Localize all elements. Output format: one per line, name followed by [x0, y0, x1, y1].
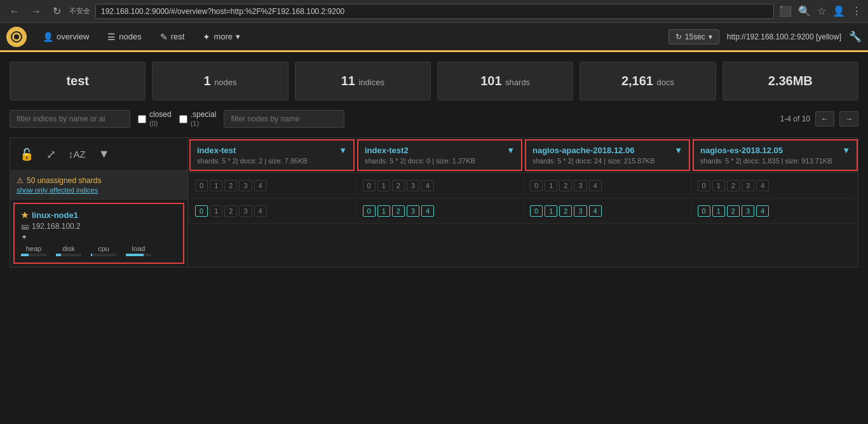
show-affected-link[interactable]: show only affected indices	[17, 186, 181, 194]
bookmark-icon[interactable]: ☆	[817, 5, 826, 17]
unassigned-shards-row: 0 1 2 3 4 0 1 2 3 4	[188, 173, 858, 198]
index-name-text-1[interactable]: index-test2	[365, 146, 409, 155]
shard-node-0-4[interactable]: 4	[254, 205, 267, 217]
cpu-label: cpu	[98, 245, 109, 252]
shard-node-0-3[interactable]: 3	[239, 205, 252, 217]
shard-unassigned-0-3[interactable]: 3	[239, 180, 252, 191]
shard-node-2-3[interactable]: 3	[574, 205, 587, 217]
shard-node-1-4[interactable]: 4	[421, 205, 434, 217]
nav-rest[interactable]: ✎ rest	[153, 28, 193, 46]
node-task-icon-row: ✦	[21, 233, 177, 242]
menu-icon[interactable]: ⋮	[851, 5, 862, 17]
index-name-text-0[interactable]: index-test	[197, 146, 236, 155]
shard-node-2-1[interactable]: 1	[545, 205, 557, 217]
more-chevron-icon: ▾	[236, 32, 240, 41]
shard-unassigned-0-0[interactable]: 0	[195, 180, 208, 191]
nodes-label: nodes	[214, 78, 236, 87]
node-name: ★ linux-node1	[21, 210, 177, 220]
nav-overview[interactable]: 👤 overview	[35, 28, 97, 46]
shard-unassigned-1-0[interactable]: 0	[363, 180, 376, 191]
shard-unassigned-1-1[interactable]: 1	[377, 180, 390, 191]
special-checkbox[interactable]	[179, 115, 187, 123]
filter-nodes-input[interactable]	[224, 110, 344, 128]
lock-icon[interactable]: 🔓	[17, 146, 37, 163]
shard-node-1-3[interactable]: 3	[407, 205, 419, 217]
main-content: test 1 nodes 11 indices 101 shards 2,161…	[0, 52, 868, 277]
screenshot-icon[interactable]: ⬛	[779, 5, 792, 17]
pagination-info: 1-4 of 10 ← →	[780, 111, 858, 127]
forward-button[interactable]: →	[28, 4, 44, 18]
shard-unassigned-2-4[interactable]: 4	[589, 180, 602, 191]
cluster-name: test	[66, 74, 89, 88]
node-cell-3: 0 1 2 3 4	[691, 202, 858, 220]
shard-node-3-3[interactable]: 3	[742, 205, 754, 217]
shard-node-1-1[interactable]: 1	[377, 205, 390, 217]
zoom-icon[interactable]: 🔍	[798, 5, 811, 17]
shard-node-0-1[interactable]: 1	[210, 205, 222, 217]
shard-node-0-2[interactable]: 2	[224, 205, 237, 217]
cpu-bar-container	[91, 254, 116, 256]
expand-icon[interactable]: ⤢	[43, 146, 59, 163]
shard-node-3-2[interactable]: 2	[727, 205, 740, 217]
sort-az-icon[interactable]: ↕AZ	[65, 147, 89, 161]
overview-icon: 👤	[43, 32, 53, 42]
heap-bar-container	[21, 254, 46, 256]
cluster-url: http://192.168.100.2:9200 [yellow]	[727, 32, 841, 41]
index-headers: index-test ▼ shards: 5 * 2| docs: 2 | si…	[188, 138, 858, 173]
shard-node-3-1[interactable]: 1	[712, 205, 725, 217]
shard-unassigned-3-1[interactable]: 1	[712, 180, 725, 191]
shard-node-2-2[interactable]: 2	[559, 205, 572, 217]
shard-node-3-0[interactable]: 0	[698, 205, 710, 217]
heap-metric: heap	[21, 245, 46, 256]
unassigned-cell-2: 0 1 2 3 4	[523, 177, 691, 195]
url-bar[interactable]	[95, 4, 774, 19]
shard-unassigned-3-2[interactable]: 2	[727, 180, 740, 191]
rest-icon: ✎	[160, 32, 168, 42]
shard-unassigned-2-3[interactable]: 3	[574, 180, 587, 191]
profile-icon[interactable]: 👤	[832, 5, 845, 17]
wrench-icon[interactable]: 🔧	[849, 31, 862, 43]
shard-unassigned-2-1[interactable]: 1	[545, 180, 557, 191]
nav-more[interactable]: ✦ more ▾	[195, 28, 248, 46]
shard-node-1-0[interactable]: 0	[363, 205, 376, 217]
closed-checkbox[interactable]	[138, 115, 146, 123]
shard-unassigned-3-3[interactable]: 3	[742, 180, 754, 191]
shard-node-0-0[interactable]: 0	[195, 205, 208, 217]
shard-node-1-2[interactable]: 2	[392, 205, 405, 217]
index-dropdown-icon-2[interactable]: ▼	[674, 146, 682, 155]
shard-unassigned-0-1[interactable]: 1	[210, 180, 222, 191]
shard-unassigned-1-2[interactable]: 2	[392, 180, 405, 191]
shard-node-3-4[interactable]: 4	[756, 205, 769, 217]
shard-node-2-4[interactable]: 4	[589, 205, 602, 217]
next-page-button[interactable]: →	[839, 111, 858, 127]
refresh-spin-icon: ↻	[675, 32, 682, 41]
shard-node-2-0[interactable]: 0	[530, 205, 543, 217]
shard-unassigned-1-3[interactable]: 3	[407, 180, 419, 191]
navbar-right: ↻ 15sec ▾ http://192.168.100.2:9200 [yel…	[668, 29, 862, 44]
more-icon: ✦	[203, 32, 210, 42]
nav-nodes-label: nodes	[119, 32, 141, 41]
prev-page-button[interactable]: ←	[815, 111, 834, 127]
refresh-button[interactable]: ↻	[50, 4, 64, 18]
index-dropdown-icon-3[interactable]: ▼	[842, 146, 850, 155]
refresh-control[interactable]: ↻ 15sec ▾	[668, 29, 719, 44]
shards-num: 101	[480, 74, 501, 88]
nav-more-label: more	[214, 32, 233, 41]
hdd-icon: 🖴	[21, 222, 29, 231]
shard-unassigned-0-4[interactable]: 4	[254, 180, 267, 191]
shard-unassigned-3-0[interactable]: 0	[698, 180, 710, 191]
back-button[interactable]: ←	[6, 4, 23, 18]
index-dropdown-icon-1[interactable]: ▼	[506, 146, 515, 155]
shard-unassigned-2-2[interactable]: 2	[559, 180, 572, 191]
app-logo	[6, 27, 27, 47]
shard-unassigned-2-0[interactable]: 0	[530, 180, 543, 191]
filter-indices-input[interactable]	[10, 110, 130, 128]
index-name-text-2[interactable]: nagios-apache-2018.12.06	[532, 146, 634, 155]
index-name-text-3[interactable]: nagios-es-2018.12.05	[700, 146, 783, 155]
dropdown-icon[interactable]: ▼	[95, 146, 113, 163]
shard-unassigned-1-4[interactable]: 4	[421, 180, 434, 191]
shard-unassigned-0-2[interactable]: 2	[224, 180, 237, 191]
index-dropdown-icon-0[interactable]: ▼	[339, 146, 347, 155]
nav-nodes[interactable]: ☰ nodes	[100, 28, 149, 46]
shard-unassigned-3-4[interactable]: 4	[756, 180, 769, 191]
